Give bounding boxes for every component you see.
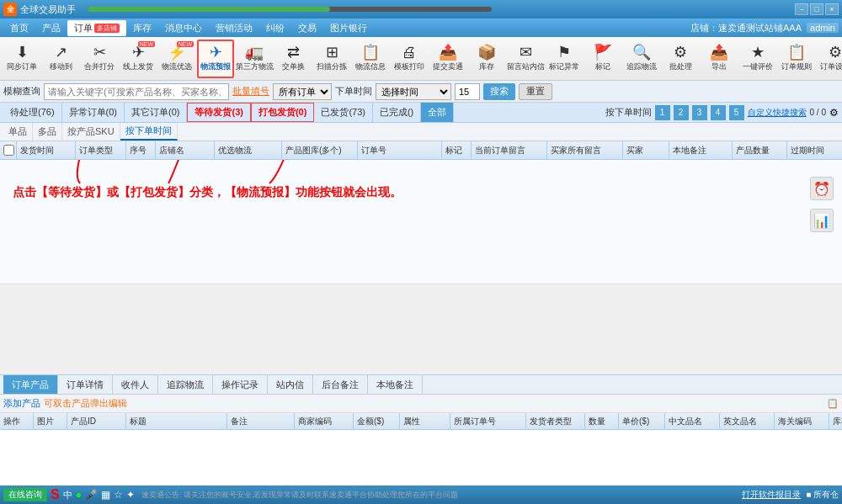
scan-sort-btn[interactable]: ⊞ 扫描分拣 (313, 40, 350, 78)
maximize-btn[interactable]: □ (810, 3, 823, 15)
bottom-toolbar-right-icon[interactable]: 📋 (827, 398, 839, 409)
alarm-clock-icon[interactable]: ⏰ (810, 177, 834, 200)
bottom-tabs: 订单产品 订单详情 收件人 追踪物流 操作记录 站内信 后台备注 本地备注 (0, 374, 842, 395)
bottom-product-toolbar: 添加产品 可双击产品弹出编辑 📋 (0, 395, 842, 413)
logistics-forecast-btn[interactable]: ✈ 物流预报 (197, 40, 234, 78)
ship-online-btn[interactable]: NEW ✈ 线上发货 (120, 40, 157, 78)
flag-abnormal-btn[interactable]: ⚑ 标记异常 (546, 40, 583, 78)
third-party-btn[interactable]: 🚛 第三方物流 (236, 40, 273, 78)
col-ship-time[interactable]: 发货时间 (17, 141, 76, 159)
bar-chart-icon[interactable]: 📊 (810, 209, 834, 232)
message-btn[interactable]: ✉ 留言站内信 (507, 40, 544, 78)
bottom-section: 订单产品 订单详情 收件人 追踪物流 操作记录 站内信 后台备注 本地备注 添加… (0, 374, 842, 504)
col-logistics[interactable]: 优选物流 (215, 141, 282, 159)
status-icon-grid: ▦ (101, 489, 110, 501)
bottom-tab-products[interactable]: 订单产品 (3, 375, 58, 394)
bottom-tab-ops[interactable]: 操作记录 (213, 375, 268, 394)
sub-tab-order-time[interactable]: 按下单时间 (120, 123, 178, 141)
batch-btn[interactable]: ⚙ 批处理 (662, 40, 699, 78)
tab-shipped[interactable]: 已发货(73) (314, 103, 373, 122)
tab-pending[interactable]: 待处理(76) (3, 103, 62, 122)
bottom-tab-details[interactable]: 订单详情 (58, 375, 113, 394)
col-order-no[interactable]: 订单号 (358, 141, 442, 159)
col-product-img[interactable]: 产品图库(多个) (282, 141, 358, 159)
tab-completed[interactable]: 已完成() (373, 103, 421, 122)
tab-all[interactable]: 全部 (421, 103, 454, 122)
logistics-info-btn[interactable]: 📋 物流信息 (352, 40, 389, 78)
online-consult-btn[interactable]: 在线咨询 (3, 488, 47, 501)
page-2-btn[interactable]: 2 (674, 105, 689, 120)
tab-other[interactable]: 其它订单(0) (125, 103, 187, 122)
expand-icon[interactable]: ⚙ (829, 107, 839, 119)
menu-inventory[interactable]: 库存 (126, 20, 158, 36)
select-all-checkbox[interactable] (3, 145, 14, 156)
menu-marketing[interactable]: 营销活动 (209, 20, 259, 36)
menu-order[interactable]: 订单 多店铺 (67, 20, 126, 36)
batch-fill-btn[interactable]: 批量填号 (232, 85, 269, 98)
move-btn[interactable]: ↗ 移动到 (42, 40, 79, 78)
rules-btn[interactable]: 📋 订单规则 (778, 40, 815, 78)
bottom-tab-local-note[interactable]: 本地备注 (368, 375, 423, 394)
template-print-icon: 🖨 (402, 45, 417, 60)
bottom-tab-backend-note[interactable]: 后台备注 (313, 375, 368, 394)
bcol-cn-name: 中文品名 (665, 413, 720, 429)
open-software-btn[interactable]: 打开软件报目录 (742, 489, 801, 501)
sub-tab-sku[interactable]: 按产品SKU (62, 123, 120, 141)
sub-tab-multi[interactable]: 多品 (33, 123, 62, 141)
sync-orders-btn[interactable]: ⬇ 同步订单 (3, 40, 40, 78)
menu-home[interactable]: 首页 (3, 20, 35, 36)
menu-trading[interactable]: 交易 (291, 20, 323, 36)
page-1-btn[interactable]: 1 (655, 105, 670, 120)
order-tab-bar: 待处理(76) 异常订单(0) 其它订单(0) 等待发货(3) 打包发货(0) … (0, 103, 842, 123)
sub-tab-single[interactable]: 单品 (3, 123, 33, 141)
new-badge: NEW (138, 41, 155, 47)
menu-product[interactable]: 产品 (35, 20, 67, 36)
col-order-type[interactable]: 订单类型 (76, 141, 126, 159)
add-product-btn[interactable]: 添加产品 (3, 397, 40, 410)
merge-btn[interactable]: ✂ 合并打分 (81, 40, 118, 78)
page-4-btn[interactable]: 4 (711, 105, 726, 120)
menu-disputes[interactable]: 纠纷 (259, 20, 291, 36)
col-buyer[interactable]: 买家 (623, 141, 669, 159)
tab-packing[interactable]: 打包发货(0) (251, 103, 314, 122)
order-badge: 多店铺 (94, 24, 120, 33)
bottom-tab-track[interactable]: 追踪物流 (158, 375, 213, 394)
flag-btn[interactable]: 🚩 标记 (584, 40, 621, 78)
review-btn[interactable]: ★ 一键评价 (739, 40, 776, 78)
col-all-msg[interactable]: 买家所有留言 (547, 141, 623, 159)
status-icon-star: ☆ (114, 489, 123, 501)
col-qty[interactable]: 产品数量 (733, 141, 787, 159)
qty-select[interactable]: 所有订单 (273, 83, 332, 100)
move-icon: ↗ (55, 45, 67, 60)
page-size-input[interactable] (455, 83, 480, 100)
checkbox-col[interactable] (0, 141, 17, 159)
template-print-btn[interactable]: 🖨 模板打印 (391, 40, 428, 78)
close-btn[interactable]: × (825, 3, 839, 15)
col-seq[interactable]: 序号 (126, 141, 156, 159)
col-store[interactable]: 店铺名 (156, 141, 215, 159)
track-btn[interactable]: 🔍 追踪物流 (623, 40, 660, 78)
col-current-msg[interactable]: 当前订单留言 (472, 141, 547, 159)
col-expire-time[interactable]: 过期时间 (787, 141, 842, 159)
col-local-note[interactable]: 本地备注 (669, 141, 733, 159)
time-select[interactable]: 选择时间 (376, 83, 451, 100)
menu-image-bank[interactable]: 图片银行 (323, 20, 374, 36)
page-5-btn[interactable]: 5 (729, 105, 744, 120)
order-settings-btn[interactable]: ⚙ 订单设置 (817, 40, 842, 78)
reset-button[interactable]: 重置 (519, 83, 552, 100)
bottom-tab-receiver[interactable]: 收件人 (113, 375, 158, 394)
tab-waiting[interactable]: 等待发货(3) (187, 103, 250, 122)
exchange-btn[interactable]: ⇄ 交单换 (274, 40, 312, 78)
tab-abnormal[interactable]: 异常订单(0) (62, 103, 125, 122)
bottom-tab-message[interactable]: 站内信 (268, 375, 313, 394)
inventory-btn[interactable]: 📦 库存 (468, 40, 505, 78)
submit-btn[interactable]: 📤 提交卖通 (429, 40, 466, 78)
search-input[interactable] (44, 83, 229, 100)
logistics-opt-btn[interactable]: NEW ⚡ 物流优选 (158, 40, 195, 78)
col-flag[interactable]: 标记 (442, 141, 472, 159)
menu-messages[interactable]: 消息中心 (158, 20, 209, 36)
export-btn[interactable]: 📤 导出 (701, 40, 738, 78)
search-button[interactable]: 搜索 (483, 83, 515, 100)
page-3-btn[interactable]: 3 (692, 105, 707, 120)
minimize-btn[interactable]: － (795, 3, 808, 15)
